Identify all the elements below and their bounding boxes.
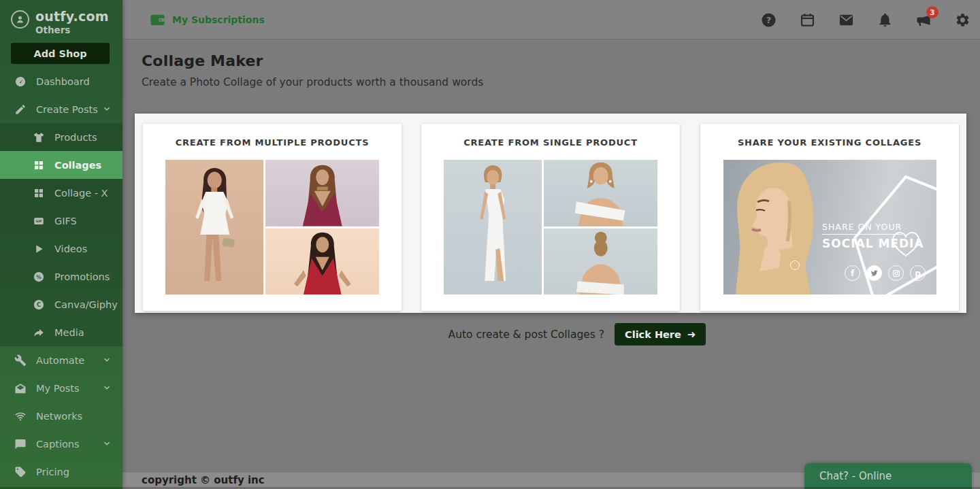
auto-create-row: Auto create & post Collages ? Click Here… [161, 323, 980, 345]
shop-identity[interactable]: outfy.com Others [11, 9, 112, 35]
share-line1: SHARE ON YOUR [822, 222, 902, 235]
pinterest-icon: p [910, 265, 926, 281]
social-icons: f p [845, 265, 926, 281]
topbar: My Subscriptions ? 3 [122, 0, 980, 39]
sidebar-item-videos[interactable]: Videos [0, 235, 122, 263]
notification-badge: 3 [926, 6, 938, 18]
percent-badge-icon: % [33, 271, 45, 283]
app-window: outfy.com Others Add Shop Dashboard Crea… [0, 0, 980, 489]
shop-texts: outfy.com Others [35, 9, 109, 35]
play-icon [33, 243, 45, 255]
help-icon[interactable]: ? [760, 12, 777, 28]
share-line2: SOCIAL MEDIA [822, 237, 924, 250]
create-posts-submenu: Products Collages Collage - X GIF [0, 123, 122, 346]
click-here-button[interactable]: Click Here ➜ [615, 323, 706, 345]
pencil-icon [14, 103, 27, 116]
sidebar-nav: Dashboard Create Posts Products [0, 67, 122, 486]
envelope-icon [14, 382, 27, 394]
card-title: CREATE FROM MULTIPLE PRODUCTS [143, 137, 402, 148]
sidebar-item-dashboard[interactable]: Dashboard [0, 67, 122, 95]
card-title: CREATE FROM SINGLE PRODUCT [421, 137, 680, 148]
shop-avatar-icon [11, 10, 29, 29]
shop-type: Others [35, 24, 109, 35]
main-content: Collage Maker Create a Photo Collage of … [122, 39, 980, 473]
chat-status-label: Chat? - Online [819, 470, 892, 482]
sidebar-item-collage-x[interactable]: Collage - X [0, 179, 122, 207]
sidebar: outfy.com Others Add Shop Dashboard Crea… [0, 0, 122, 489]
topbar-icons: ? 3 [760, 0, 970, 39]
megaphone-icon[interactable]: 3 [915, 12, 932, 28]
wallet-icon [150, 13, 165, 27]
sidebar-item-automate[interactable]: Automate [0, 346, 122, 374]
chevron-down-icon [102, 104, 112, 114]
product-photo [444, 160, 542, 294]
calendar-icon[interactable] [799, 12, 815, 28]
svg-text:GIF: GIF [35, 219, 42, 223]
page-subtitle: Create a Photo Collage of your products … [142, 76, 483, 88]
instagram-icon [888, 265, 904, 281]
product-photo [265, 160, 379, 226]
twitter-icon [866, 265, 882, 281]
grid-icon [33, 187, 45, 199]
shop-name: outfy.com [35, 9, 109, 24]
collage-right-column [265, 160, 379, 294]
bell-icon[interactable] [877, 12, 893, 28]
product-photo [544, 160, 657, 226]
wifi-icon [14, 410, 27, 422]
svg-text:C: C [37, 301, 41, 308]
chevron-down-icon [102, 383, 112, 392]
collage-right-column [544, 160, 657, 294]
page-title: Collage Maker [142, 52, 263, 69]
dashboard-icon [14, 75, 27, 88]
svg-text:%: % [36, 273, 42, 280]
sidebar-item-collages[interactable]: Collages [0, 151, 122, 179]
gear-icon[interactable] [954, 12, 970, 28]
share-overlay-text: SHARE ON YOUR SOCIAL MEDIA [822, 220, 924, 250]
sidebar-item-promotions[interactable]: % Promotions [0, 263, 122, 290]
add-shop-button[interactable]: Add Shop [11, 43, 110, 64]
auto-create-prompt: Auto create & post Collages ? [448, 328, 604, 341]
chevron-down-icon [102, 439, 112, 448]
svg-text:?: ? [766, 15, 771, 25]
gif-icon: GIF [33, 215, 45, 227]
speech-bubble-icon [14, 438, 27, 450]
collage-preview-multiple [165, 160, 379, 294]
product-photo [544, 229, 657, 295]
my-subscriptions-link[interactable]: My Subscriptions [150, 0, 265, 39]
mail-icon[interactable] [838, 12, 854, 28]
sidebar-item-my-posts[interactable]: My Posts [0, 374, 122, 402]
product-photo [165, 160, 263, 294]
sidebar-item-pricing[interactable]: Pricing [0, 458, 122, 486]
sidebar-item-products[interactable]: Products [0, 123, 122, 151]
share-arrow-icon [33, 326, 45, 339]
arrow-right-icon: ➜ [687, 328, 696, 341]
card-share-existing-collages[interactable]: SHARE YOUR EXISTING COLLAGES [700, 124, 959, 311]
collage-options-panel: CREATE FROM MULTIPLE PRODUCTS [135, 114, 966, 313]
watermark-icon [790, 260, 800, 270]
facebook-icon: f [845, 265, 860, 281]
sidebar-item-media[interactable]: Media [0, 318, 122, 346]
card-create-from-single-product[interactable]: CREATE FROM SINGLE PRODUCT [421, 124, 680, 311]
canva-icon: C [33, 299, 45, 311]
share-collage-preview: SHARE ON YOUR SOCIAL MEDIA f p [723, 160, 936, 294]
sidebar-item-create-posts[interactable]: Create Posts [0, 95, 122, 123]
card-create-from-multiple-products[interactable]: CREATE FROM MULTIPLE PRODUCTS [143, 124, 402, 311]
copyright-text: copyright © outfy inc [142, 474, 265, 486]
chevron-down-icon [102, 355, 112, 365]
wrench-icon [14, 354, 27, 367]
chat-widget[interactable]: Chat? - Online [804, 463, 972, 489]
card-title: SHARE YOUR EXISTING COLLAGES [700, 137, 959, 148]
collage-preview-single [444, 160, 657, 294]
sidebar-item-gifs[interactable]: GIF GIFS [0, 207, 122, 235]
sidebar-item-canva-giphy[interactable]: C Canva/Giphy [0, 290, 122, 318]
my-subscriptions-label: My Subscriptions [172, 14, 265, 25]
click-here-label: Click Here [625, 329, 681, 340]
sidebar-item-networks[interactable]: Networks [0, 402, 122, 430]
price-tag-icon [14, 466, 27, 478]
sidebar-header: outfy.com Others Add Shop [0, 0, 122, 64]
product-photo [265, 229, 379, 295]
sidebar-item-captions[interactable]: Captions [0, 430, 122, 458]
tshirt-icon [33, 131, 45, 144]
grid-icon [33, 159, 45, 171]
